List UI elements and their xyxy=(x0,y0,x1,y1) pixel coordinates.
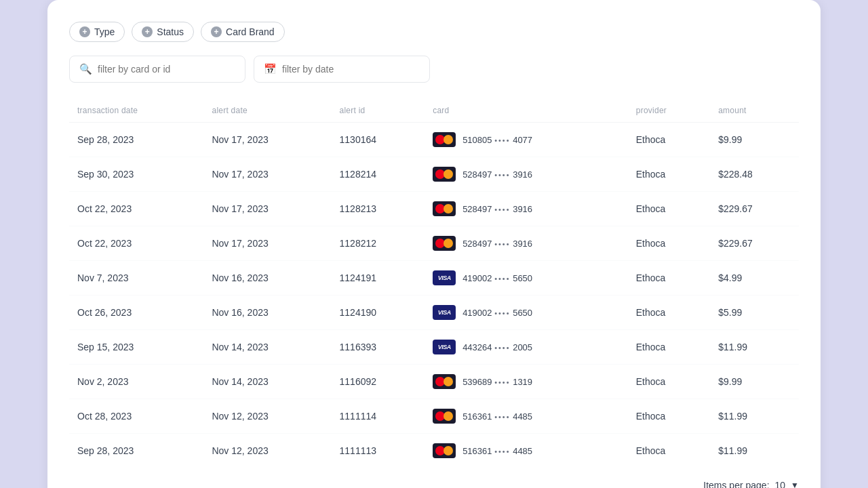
col-amount: amount xyxy=(710,99,799,123)
cell-transaction-date: Oct 22, 2023 xyxy=(69,192,203,226)
cell-card: 528497 •••• 3916 xyxy=(425,157,628,192)
cell-transaction-date: Sep 28, 2023 xyxy=(69,123,203,157)
mastercard-icon xyxy=(433,167,456,182)
cell-transaction-date: Sep 15, 2023 xyxy=(69,330,203,365)
cell-alert-id: 1128212 xyxy=(332,226,425,261)
type-filter-label: Type xyxy=(94,26,115,37)
calendar-icon: 📅 xyxy=(264,63,277,75)
cell-amount: $4.99 xyxy=(710,261,799,296)
cell-amount: $229.67 xyxy=(710,192,799,226)
cell-provider: Ethoca xyxy=(628,123,710,157)
transactions-table: transaction date alert date alert id car… xyxy=(69,99,799,468)
table-row[interactable]: Oct 28, 2023 Nov 12, 2023 1111114 516361… xyxy=(69,399,799,434)
items-per-page-value: 10 xyxy=(775,480,786,488)
cell-transaction-date: Sep 28, 2023 xyxy=(69,434,203,468)
card-number: 528497 •••• 3916 xyxy=(462,239,532,249)
mastercard-icon xyxy=(433,409,456,424)
filter-buttons-row: + Type + Status + Card Brand xyxy=(69,22,799,42)
status-filter-button[interactable]: + Status xyxy=(132,22,194,42)
col-alert-date: alert date xyxy=(203,99,331,123)
cell-alert-date: Nov 17, 2023 xyxy=(203,157,331,192)
card-number: 510805 •••• 4077 xyxy=(462,135,532,145)
cell-card: 528497 •••• 3916 xyxy=(425,192,628,226)
table-footer: Items per page: 10 ▼ xyxy=(69,468,799,488)
cell-provider: Ethoca xyxy=(628,399,710,434)
cell-alert-date: Nov 17, 2023 xyxy=(203,226,331,261)
cell-amount: $11.99 xyxy=(710,434,799,468)
col-transaction-date: transaction date xyxy=(69,99,203,123)
card-number: 516361 •••• 4485 xyxy=(462,446,532,456)
cell-provider: Ethoca xyxy=(628,330,710,365)
card-number: 419002 •••• 5650 xyxy=(462,308,532,318)
cell-alert-date: Nov 14, 2023 xyxy=(203,365,331,399)
cell-alert-id: 1124190 xyxy=(332,296,425,330)
cell-alert-id: 1128214 xyxy=(332,157,425,192)
table-row[interactable]: Oct 26, 2023 Nov 16, 2023 1124190 VISA 4… xyxy=(69,296,799,330)
mastercard-icon xyxy=(433,443,456,458)
cell-card: 528497 •••• 3916 xyxy=(425,226,628,261)
cell-transaction-date: Oct 28, 2023 xyxy=(69,399,203,434)
cell-amount: $229.67 xyxy=(710,226,799,261)
table-header-row: transaction date alert date alert id car… xyxy=(69,99,799,123)
cell-provider: Ethoca xyxy=(628,157,710,192)
table-row[interactable]: Sep 15, 2023 Nov 14, 2023 1116393 VISA 4… xyxy=(69,330,799,365)
items-per-page-label: Items per page: xyxy=(703,480,769,488)
cell-alert-date: Nov 16, 2023 xyxy=(203,296,331,330)
cell-card: VISA 443264 •••• 2005 xyxy=(425,330,628,365)
cell-alert-id: 1116092 xyxy=(332,365,425,399)
table-row[interactable]: Sep 28, 2023 Nov 12, 2023 1111113 516361… xyxy=(69,434,799,468)
cell-alert-id: 1116393 xyxy=(332,330,425,365)
cell-amount: $11.99 xyxy=(710,399,799,434)
cell-card: 539689 •••• 1319 xyxy=(425,365,628,399)
main-card: + Type + Status + Card Brand 🔍 📅 transac… xyxy=(47,0,821,488)
table-row[interactable]: Nov 2, 2023 Nov 14, 2023 1116092 539689 … xyxy=(69,365,799,399)
cell-transaction-date: Nov 7, 2023 xyxy=(69,261,203,296)
table-row[interactable]: Sep 30, 2023 Nov 17, 2023 1128214 528497… xyxy=(69,157,799,192)
mastercard-icon xyxy=(433,374,456,389)
cell-card: 510805 •••• 4077 xyxy=(425,123,628,157)
card-search-wrap: 🔍 xyxy=(69,56,245,83)
table-row[interactable]: Sep 28, 2023 Nov 17, 2023 1130164 510805… xyxy=(69,123,799,157)
type-plus-icon: + xyxy=(79,26,90,37)
cell-alert-date: Nov 12, 2023 xyxy=(203,434,331,468)
status-plus-icon: + xyxy=(142,26,153,37)
cell-transaction-date: Oct 26, 2023 xyxy=(69,296,203,330)
cell-card: VISA 419002 •••• 5650 xyxy=(425,296,628,330)
cell-amount: $9.99 xyxy=(710,365,799,399)
search-icon: 🔍 xyxy=(79,63,92,75)
cell-card: 516361 •••• 4485 xyxy=(425,434,628,468)
cell-provider: Ethoca xyxy=(628,296,710,330)
cell-amount: $11.99 xyxy=(710,330,799,365)
cell-card: 516361 •••• 4485 xyxy=(425,399,628,434)
cell-transaction-date: Sep 30, 2023 xyxy=(69,157,203,192)
items-per-page-arrow[interactable]: ▼ xyxy=(791,481,799,488)
table-row[interactable]: Nov 7, 2023 Nov 16, 2023 1124191 VISA 41… xyxy=(69,261,799,296)
search-row: 🔍 📅 xyxy=(69,56,799,83)
card-brand-filter-label: Card Brand xyxy=(226,26,275,37)
card-number: 443264 •••• 2005 xyxy=(462,342,532,352)
cell-provider: Ethoca xyxy=(628,226,710,261)
status-filter-label: Status xyxy=(157,26,184,37)
card-brand-plus-icon: + xyxy=(211,26,222,37)
cell-alert-date: Nov 12, 2023 xyxy=(203,399,331,434)
visa-card-icon: VISA xyxy=(433,340,456,354)
type-filter-button[interactable]: + Type xyxy=(69,22,125,42)
cell-transaction-date: Nov 2, 2023 xyxy=(69,365,203,399)
card-search-input[interactable] xyxy=(98,64,235,75)
cell-provider: Ethoca xyxy=(628,261,710,296)
cell-alert-date: Nov 17, 2023 xyxy=(203,123,331,157)
card-brand-filter-button[interactable]: + Card Brand xyxy=(201,22,285,42)
cell-alert-date: Nov 16, 2023 xyxy=(203,261,331,296)
cell-card: VISA 419002 •••• 5650 xyxy=(425,261,628,296)
items-per-page-control: Items per page: 10 ▼ xyxy=(703,480,799,488)
cell-alert-date: Nov 17, 2023 xyxy=(203,192,331,226)
table-row[interactable]: Oct 22, 2023 Nov 17, 2023 1128213 528497… xyxy=(69,192,799,226)
cell-amount: $228.48 xyxy=(710,157,799,192)
cell-amount: $5.99 xyxy=(710,296,799,330)
table-row[interactable]: Oct 22, 2023 Nov 17, 2023 1128212 528497… xyxy=(69,226,799,261)
mastercard-icon xyxy=(433,236,456,251)
date-search-input[interactable] xyxy=(282,64,420,75)
card-number: 528497 •••• 3916 xyxy=(462,204,532,214)
card-number: 419002 •••• 5650 xyxy=(462,273,532,283)
cell-provider: Ethoca xyxy=(628,192,710,226)
